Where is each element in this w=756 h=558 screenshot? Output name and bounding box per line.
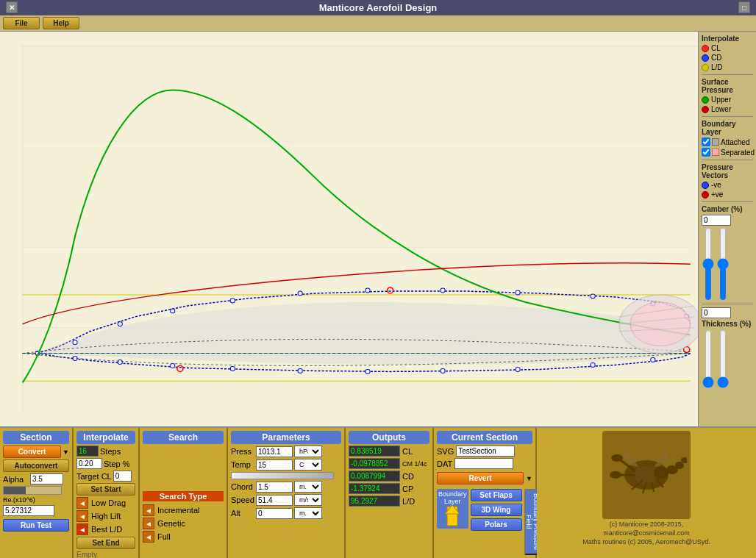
attached-checkbox-item[interactable]: Attached bbox=[702, 137, 753, 146]
run-test-button[interactable]: Run Test bbox=[3, 519, 69, 532]
revert-dropdown-icon[interactable]: ▼ bbox=[526, 475, 532, 482]
convert-dropdown-icon[interactable]: ▼ bbox=[63, 448, 69, 456]
svg-point-16 bbox=[441, 288, 445, 293]
alt-unit-select[interactable]: m. bbox=[294, 507, 322, 519]
attached-square bbox=[712, 138, 719, 146]
divider5 bbox=[702, 304, 753, 304]
low-drag-label: Low Drag bbox=[91, 498, 126, 507]
3d-wing-button[interactable]: 3D Wing bbox=[471, 504, 522, 516]
temp-label: Temp bbox=[231, 460, 254, 469]
ld-output-label: L/D bbox=[402, 497, 415, 506]
low-drag-arrow[interactable]: ◄ bbox=[76, 497, 88, 509]
press-input[interactable] bbox=[256, 446, 293, 457]
alpha-input[interactable] bbox=[30, 473, 63, 484]
temp-input[interactable] bbox=[256, 459, 293, 471]
convert-button[interactable]: Convert bbox=[3, 446, 61, 458]
set-start-button[interactable]: Set Start bbox=[76, 483, 135, 496]
cl-dot bbox=[702, 45, 709, 52]
neg-ve-label: -ve bbox=[711, 181, 721, 189]
thickness-title: Thickness (%) bbox=[702, 320, 753, 328]
svg-input[interactable] bbox=[456, 446, 515, 457]
alt-label: Alt bbox=[231, 509, 254, 518]
help-menu[interactable]: Help bbox=[43, 17, 79, 29]
set-flaps-button[interactable]: Set Flaps bbox=[471, 489, 522, 501]
camber-slider[interactable] bbox=[702, 227, 715, 301]
steps-input[interactable] bbox=[76, 446, 99, 457]
parameters-title: Parameters bbox=[231, 431, 341, 444]
ld-output bbox=[349, 496, 400, 507]
revert-button[interactable]: Revert bbox=[437, 472, 524, 484]
separated-checkbox-item[interactable]: Separated bbox=[702, 148, 753, 157]
divider3 bbox=[702, 160, 753, 160]
svg-point-14 bbox=[298, 291, 302, 296]
dat-label: DAT bbox=[437, 459, 452, 468]
cl-label: CL bbox=[711, 44, 721, 52]
slider-bar[interactable] bbox=[231, 472, 334, 479]
camber-input[interactable] bbox=[702, 215, 731, 226]
interpolate-section-title: Interpolate bbox=[702, 35, 753, 43]
svg-point-23 bbox=[171, 363, 175, 368]
boundary-layer-title: BoundaryLayer bbox=[702, 120, 753, 136]
genetic-label: Genetic bbox=[157, 519, 185, 528]
alpha-slider-handle[interactable] bbox=[4, 487, 26, 494]
svg-point-11 bbox=[118, 322, 122, 326]
steps-label: Steps bbox=[100, 447, 121, 456]
chord-unit-select[interactable]: m. bbox=[294, 481, 322, 493]
surface-pressure-title: SurfacePressure bbox=[702, 78, 753, 94]
speed-label: Speed bbox=[231, 496, 254, 504]
maximize-button[interactable]: □ bbox=[738, 1, 750, 13]
best-ld-label: Best L/D bbox=[91, 525, 122, 534]
pos-ve-label: +ve bbox=[711, 190, 723, 198]
incremental-arrow[interactable]: ◄ bbox=[143, 504, 154, 516]
search-panel: Search Search Type ◄ Incremental ◄ Genet… bbox=[140, 428, 228, 558]
high-lift-arrow[interactable]: ◄ bbox=[76, 510, 88, 522]
dat-input[interactable] bbox=[454, 458, 513, 469]
genetic-arrow[interactable]: ◄ bbox=[143, 518, 154, 529]
thickness-slider[interactable] bbox=[702, 329, 715, 388]
camber-slider2[interactable] bbox=[716, 227, 730, 301]
svg-point-44 bbox=[654, 467, 668, 479]
press-unit-select[interactable]: hPa bbox=[294, 446, 322, 457]
upper-label: Upper bbox=[711, 96, 731, 104]
separated-square bbox=[712, 149, 719, 156]
svg-point-25 bbox=[298, 368, 302, 373]
attached-checkbox[interactable] bbox=[702, 137, 710, 146]
target-cl-input[interactable] bbox=[113, 471, 132, 482]
speed-input[interactable] bbox=[256, 495, 293, 506]
svg-label: SVG bbox=[437, 447, 454, 456]
chord-input[interactable] bbox=[256, 482, 293, 493]
close-button[interactable]: ✕ bbox=[6, 1, 18, 13]
attached-label: Attached bbox=[721, 138, 749, 146]
alt-input[interactable] bbox=[256, 508, 293, 519]
target-cl-label: Target CL bbox=[76, 472, 112, 481]
high-lift-label: High Lift bbox=[91, 512, 121, 521]
autoconvert-button[interactable]: Autoconvert bbox=[3, 459, 69, 472]
svg-point-28 bbox=[516, 367, 520, 371]
full-arrow[interactable]: ◄ bbox=[143, 531, 154, 543]
cl-output bbox=[349, 446, 400, 457]
right-panel: Interpolate CL CD L/D SurfacePressure Up… bbox=[699, 32, 756, 426]
separated-label: Separated bbox=[721, 149, 755, 157]
svg-point-30 bbox=[651, 358, 655, 362]
set-end-button[interactable]: Set End bbox=[76, 537, 135, 549]
speed-unit-select[interactable]: m/s bbox=[294, 494, 322, 506]
svg-point-50 bbox=[611, 454, 623, 462]
separated-checkbox[interactable] bbox=[702, 148, 710, 157]
app-title: Manticore Aerofoil Design bbox=[319, 2, 438, 13]
file-menu[interactable]: File bbox=[3, 17, 40, 29]
upper-dot bbox=[702, 96, 709, 104]
ld-dot bbox=[702, 64, 709, 71]
re-input[interactable] bbox=[3, 505, 54, 516]
temp-unit-select[interactable]: C bbox=[294, 459, 322, 471]
thickness-input[interactable] bbox=[702, 307, 731, 318]
svg-point-27 bbox=[441, 368, 445, 373]
alpha-slider-track[interactable] bbox=[3, 486, 62, 495]
svg-point-17 bbox=[516, 290, 520, 295]
best-ld-arrow[interactable]: ◄ bbox=[76, 523, 88, 535]
boundary-layer-box: Boundary Layer bbox=[437, 489, 468, 529]
polars-button[interactable]: Polars bbox=[471, 518, 522, 531]
logo-panel: (c) Manticore 2008-2015, manticore@cosmi… bbox=[537, 428, 756, 558]
thickness-slider2[interactable] bbox=[716, 329, 730, 388]
step-pct-input[interactable] bbox=[76, 458, 102, 469]
svg-point-26 bbox=[365, 369, 370, 373]
